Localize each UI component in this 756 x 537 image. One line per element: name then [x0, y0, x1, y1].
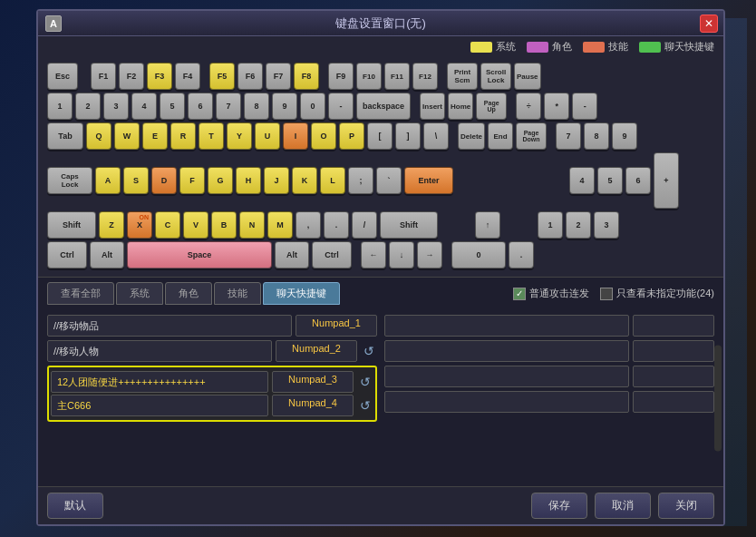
- key-home[interactable]: Home: [448, 93, 473, 120]
- key-num-3[interactable]: 3: [594, 211, 619, 239]
- key-num-9[interactable]: 9: [612, 122, 637, 150]
- key-p[interactable]: P: [339, 122, 364, 150]
- key-f7[interactable]: F7: [266, 63, 291, 90]
- key-j[interactable]: J: [264, 167, 289, 194]
- key-k[interactable]: K: [292, 167, 317, 194]
- tab-skill[interactable]: 技能: [214, 282, 261, 305]
- key-s[interactable]: S: [123, 167, 149, 194]
- tab-chat[interactable]: 聊天快捷键: [263, 282, 340, 305]
- key-f4[interactable]: F4: [175, 63, 200, 90]
- key-w[interactable]: W: [114, 122, 140, 150]
- key-num-4[interactable]: 4: [569, 167, 595, 194]
- refresh-icon-2[interactable]: ↺: [361, 343, 377, 359]
- key-backspace[interactable]: backspace: [356, 93, 411, 120]
- checkbox-unassigned-box[interactable]: [600, 288, 613, 300]
- key-f12[interactable]: F12: [412, 63, 438, 90]
- key-ctrl-right[interactable]: Ctrl: [312, 241, 352, 268]
- key-alt-left[interactable]: Alt: [90, 241, 124, 268]
- default-button[interactable]: 默认: [47, 493, 103, 519]
- key-d[interactable]: D: [151, 167, 177, 194]
- key-f2[interactable]: F2: [119, 63, 144, 90]
- key-f10[interactable]: F10: [356, 63, 382, 90]
- key-f9[interactable]: F9: [328, 63, 354, 90]
- key-alt-right[interactable]: Alt: [275, 241, 309, 268]
- list-input-4[interactable]: [51, 395, 268, 416]
- key-space[interactable]: Space: [127, 241, 272, 268]
- checkbox-unassigned[interactable]: 只查看未指定功能(24): [600, 287, 714, 300]
- close-button[interactable]: ✕: [700, 15, 718, 33]
- key-f6[interactable]: F6: [237, 63, 263, 90]
- key-pause[interactable]: Pause: [514, 63, 541, 90]
- key-f8[interactable]: F8: [294, 63, 319, 90]
- key-num-7[interactable]: 7: [556, 122, 581, 150]
- refresh-icon-3[interactable]: ↺: [357, 374, 373, 390]
- key-backtick[interactable]: `: [376, 167, 402, 194]
- key-delete[interactable]: Delete: [458, 122, 485, 150]
- key-9[interactable]: 9: [272, 93, 297, 120]
- key-arrow-down[interactable]: ↓: [389, 241, 414, 268]
- key-8[interactable]: 8: [244, 93, 269, 120]
- key-x[interactable]: XON: [127, 211, 152, 239]
- refresh-icon-4[interactable]: ↺: [357, 397, 373, 414]
- key-enter[interactable]: Enter: [404, 167, 453, 194]
- key-num-8[interactable]: 8: [584, 122, 609, 150]
- scrollbar[interactable]: [714, 345, 722, 451]
- key-num-dot[interactable]: .: [509, 241, 534, 268]
- key-f[interactable]: F: [179, 167, 205, 194]
- key-t[interactable]: T: [199, 122, 224, 150]
- key-q[interactable]: Q: [86, 122, 111, 150]
- key-1[interactable]: 1: [47, 93, 73, 120]
- key-2[interactable]: 2: [75, 93, 101, 120]
- key-n[interactable]: N: [239, 211, 265, 239]
- list-input-r1[interactable]: [384, 315, 629, 337]
- key-capslock[interactable]: CapsLock: [47, 167, 92, 194]
- key-0[interactable]: 0: [300, 93, 325, 120]
- list-input-1[interactable]: [47, 315, 292, 337]
- key-pagedown[interactable]: PageDown: [516, 122, 547, 150]
- key-num-0[interactable]: 0: [451, 241, 506, 268]
- key-f3[interactable]: F3: [147, 63, 172, 90]
- key-3[interactable]: 3: [103, 93, 129, 120]
- key-5[interactable]: 5: [160, 93, 185, 120]
- key-scrolllock[interactable]: ScrollLock: [480, 63, 511, 90]
- key-7[interactable]: 7: [216, 93, 241, 120]
- key-h[interactable]: H: [236, 167, 261, 194]
- tab-all[interactable]: 查看全部: [47, 282, 114, 305]
- list-input-r3[interactable]: [384, 366, 629, 387]
- key-f5[interactable]: F5: [209, 63, 235, 90]
- key-m[interactable]: M: [267, 211, 293, 239]
- key-num-sub[interactable]: -: [572, 93, 597, 120]
- key-insert[interactable]: Insert: [420, 93, 445, 120]
- key-shift-left[interactable]: Shift: [47, 211, 96, 239]
- key-num-6[interactable]: 6: [625, 167, 651, 194]
- list-input-2[interactable]: [47, 340, 272, 362]
- key-v[interactable]: V: [183, 211, 208, 239]
- key-f11[interactable]: F11: [384, 63, 410, 90]
- key-end[interactable]: End: [488, 122, 513, 150]
- list-input-3[interactable]: [51, 371, 268, 393]
- key-o[interactable]: O: [311, 122, 336, 150]
- key-semicolon[interactable]: ;: [348, 167, 373, 194]
- tab-role[interactable]: 角色: [165, 282, 212, 305]
- key-tab[interactable]: Tab: [47, 122, 83, 150]
- key-printscr[interactable]: PrintScm: [447, 63, 478, 90]
- key-num-2[interactable]: 2: [566, 211, 591, 239]
- key-y[interactable]: Y: [227, 122, 252, 150]
- key-shift-right[interactable]: Shift: [380, 211, 438, 239]
- tab-system[interactable]: 系统: [116, 282, 163, 305]
- checkbox-normal-attack[interactable]: 普通攻击连发: [513, 287, 589, 300]
- key-num-mul[interactable]: *: [544, 93, 569, 120]
- key-c[interactable]: C: [155, 211, 180, 239]
- key-a[interactable]: A: [95, 167, 121, 194]
- list-input-r2[interactable]: [384, 340, 629, 362]
- key-z[interactable]: Z: [99, 211, 124, 239]
- key-slash[interactable]: /: [352, 211, 377, 239]
- key-e[interactable]: E: [142, 122, 168, 150]
- close-bottom-button[interactable]: 关闭: [658, 493, 714, 519]
- key-arrow-left[interactable]: ←: [361, 241, 386, 268]
- save-button[interactable]: 保存: [531, 493, 587, 519]
- key-b[interactable]: B: [211, 211, 237, 239]
- key-arrow-right[interactable]: →: [417, 241, 442, 268]
- key-u[interactable]: U: [255, 122, 280, 150]
- key-num-1[interactable]: 1: [538, 211, 563, 239]
